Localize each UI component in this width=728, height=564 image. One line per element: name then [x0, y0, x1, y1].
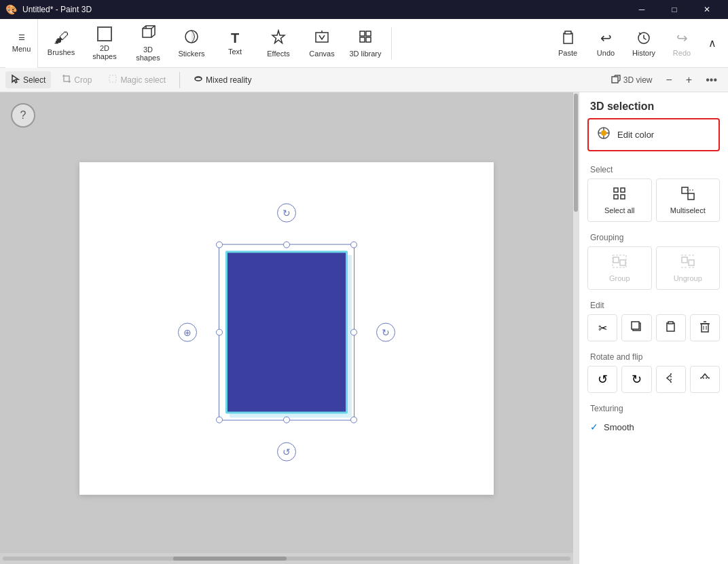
group-icon [612, 254, 627, 270]
3d-shapes-button[interactable]: 3D shapes [128, 22, 168, 65]
minimize-button[interactable]: ─ [626, 0, 657, 19]
cut-button[interactable]: ✂ [587, 314, 617, 341]
magic-select-label: Magic select [120, 75, 166, 85]
handle-top-left[interactable] [216, 241, 223, 248]
canvas-label: Canvas [309, 50, 334, 58]
stickers-button[interactable]: Stickers [171, 22, 212, 65]
undo-button[interactable]: ↩ Undo [588, 22, 623, 65]
mixed-reality-label: Mixed reality [206, 75, 251, 85]
group-button[interactable]: Group [587, 246, 652, 290]
rotate-handle-top[interactable]: ↻ [277, 203, 296, 222]
zoom-out-button[interactable]: − [661, 71, 678, 89]
svg-rect-0 [143, 29, 151, 37]
sub-toolbar: Select Crop Magic select Mixed reality 3… [0, 68, 728, 92]
rotate-right-button[interactable]: ↻ [621, 366, 651, 393]
menu-label: Menu [12, 45, 31, 53]
menu-button[interactable]: ☰ Menu [5, 19, 38, 68]
rotate-left-icon: ↺ [598, 372, 608, 387]
text-icon: T [231, 31, 239, 45]
crop-button[interactable]: Crop [56, 71, 97, 88]
handle-middle-right[interactable] [350, 328, 357, 335]
edit-color-label: Edit color [617, 130, 654, 140]
canvas-button[interactable]: Canvas [302, 22, 342, 65]
paste-button[interactable]: Paste [550, 22, 585, 65]
rotate-handle-left[interactable]: ⊕ [178, 322, 197, 341]
3d-object-container[interactable]: ↻ ↺ ⊕ ↻ [212, 237, 361, 427]
redo-button[interactable]: ↪ Redo [664, 22, 699, 65]
svg-rect-9 [366, 37, 371, 42]
text-button[interactable]: T Text [215, 22, 255, 65]
canvas-white: ↻ ↺ ⊕ ↻ [79, 162, 494, 495]
handle-bottom-right[interactable] [350, 416, 357, 423]
history-icon [636, 30, 651, 46]
svg-rect-19 [621, 188, 625, 192]
title-bar: 🎨 Untitled* - Paint 3D ─ □ ✕ [0, 0, 728, 19]
delete-button[interactable] [690, 314, 720, 341]
handle-bottom-middle[interactable] [283, 416, 290, 423]
3d-view-button[interactable]: 3D view [606, 71, 658, 88]
copy-icon [630, 320, 642, 335]
flip-vertical-button[interactable] [690, 366, 720, 393]
svg-rect-18 [614, 188, 618, 192]
more-options-button[interactable]: ••• [700, 71, 723, 89]
grouping-section-label: Grouping [579, 227, 728, 246]
select-button[interactable]: Select [5, 71, 51, 88]
history-button[interactable]: History [626, 22, 661, 65]
history-label: History [632, 49, 655, 57]
rotate-handle-right[interactable]: ↻ [376, 322, 395, 341]
rotate-handle-bottom[interactable]: ↺ [277, 442, 296, 461]
ungroup-label: Ungroup [674, 274, 702, 282]
collapse-button[interactable]: ∧ [702, 22, 723, 65]
select-all-button[interactable]: Select all [587, 178, 652, 222]
sub-right-controls: 3D view − + ••• [606, 71, 723, 89]
zoom-in-button[interactable]: + [680, 71, 697, 89]
scrollbar-track [3, 557, 570, 561]
maximize-button[interactable]: □ [659, 0, 690, 19]
magic-select-button[interactable]: Magic select [103, 71, 171, 88]
copy-button[interactable] [621, 314, 651, 341]
svg-point-17 [601, 130, 606, 136]
handle-middle-left[interactable] [216, 328, 223, 335]
smooth-checkmark: ✓ [590, 421, 598, 432]
undo-icon: ↩ [600, 30, 612, 46]
smooth-row[interactable]: ✓ Smooth [579, 417, 728, 436]
effects-label: Effects [267, 50, 289, 58]
ungroup-button[interactable]: Ungroup [656, 246, 721, 290]
handle-top-middle[interactable] [283, 241, 290, 248]
svg-rect-30 [632, 322, 639, 329]
3d-library-button[interactable]: 3D library [345, 22, 386, 65]
edit-color-icon [597, 126, 611, 143]
edit-color-button[interactable]: Edit color [587, 118, 720, 151]
svg-rect-15 [612, 77, 618, 83]
mixed-reality-button[interactable]: Mixed reality [188, 71, 257, 88]
help-button[interactable]: ? [11, 103, 35, 128]
select-section-label: Select [579, 159, 728, 178]
effects-button[interactable]: Effects [258, 22, 299, 65]
handle-bottom-left[interactable] [216, 416, 223, 423]
svg-rect-20 [614, 195, 618, 199]
flip-horizontal-icon [665, 372, 677, 387]
svg-rect-25 [620, 260, 625, 265]
2d-shapes-button[interactable]: 2D shapes [84, 22, 125, 65]
scrollbar-thumb[interactable] [173, 557, 287, 561]
svg-rect-24 [613, 257, 619, 263]
flip-horizontal-button[interactable] [656, 366, 686, 393]
multiselect-button[interactable]: Multiselect [656, 178, 721, 222]
canvas-scrollbar-horizontal[interactable] [0, 553, 573, 564]
smooth-label: Smooth [604, 422, 634, 432]
3d-shapes-label: 3D shapes [130, 45, 166, 62]
rotate-left-button[interactable]: ↺ [587, 366, 617, 393]
handle-top-right[interactable] [350, 241, 357, 248]
canvas-scroll-vertical[interactable] [573, 92, 579, 564]
ungroup-icon [680, 254, 695, 270]
brushes-icon: 🖌 [54, 31, 69, 45]
close-button[interactable]: ✕ [691, 0, 723, 19]
paste2-button[interactable] [656, 314, 686, 341]
redo-label: Redo [673, 49, 691, 57]
svg-rect-8 [360, 37, 365, 42]
select-all-icon [612, 186, 627, 202]
crop-icon [62, 74, 71, 86]
svg-rect-11 [565, 31, 571, 34]
brushes-button[interactable]: 🖌 Brushes [41, 22, 81, 65]
vertical-scroll-thumb[interactable] [574, 94, 578, 212]
